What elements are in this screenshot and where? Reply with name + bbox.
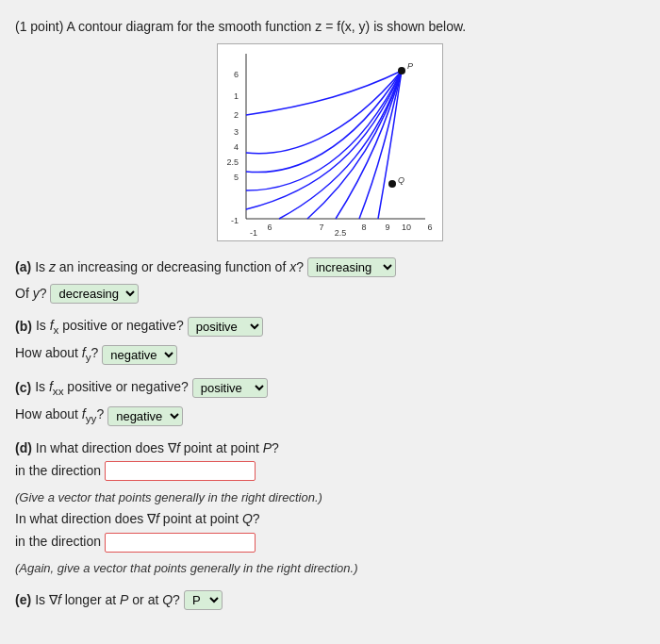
svg-text:8: 8 (361, 223, 366, 232)
svg-rect-0 (218, 44, 443, 241)
question-block: (1 point) A contour diagram for the smoo… (15, 15, 645, 625)
part-b-row1: (b) Is fx positive or negative? positive… (15, 315, 645, 339)
part-e: (e) Is ∇f longer at P or at Q? P Q (15, 589, 645, 612)
part-a-row1: (a) Is z an increasing or decreasing fun… (15, 256, 645, 279)
part-b-q2-text: How about fy? (15, 342, 98, 367)
part-a: (a) Is z an increasing or decreasing fun… (15, 256, 645, 305)
svg-text:6: 6 (267, 223, 272, 232)
svg-text:6: 6 (234, 70, 239, 79)
svg-text:2: 2 (234, 110, 239, 120)
part-c: (c) Is fxx positive or negative? positiv… (15, 376, 645, 428)
part-b-fy-select[interactable]: negative positive (102, 345, 177, 365)
svg-text:2.5: 2.5 (335, 228, 347, 238)
part-c-q1-text: Is fxx positive or negative? (35, 376, 189, 401)
part-c-row1: (c) Is fxx positive or negative? positiv… (15, 376, 645, 401)
part-d-in-direction-2: in the direction (15, 531, 101, 553)
svg-text:Q: Q (398, 175, 404, 185)
part-d-label: (d) (15, 440, 32, 455)
part-b-row2: How about fy? negative positive (15, 342, 645, 367)
part-d-p-input[interactable] (105, 461, 256, 481)
svg-text:9: 9 (385, 223, 389, 232)
part-a-row2: Of y? decreasing increasing (15, 283, 645, 305)
part-d-note2-text: (Again, give a vector that points genera… (15, 561, 357, 575)
point-P (398, 67, 405, 74)
part-b-fx-select[interactable]: positive negative (188, 317, 263, 337)
point-Q (388, 180, 396, 188)
part-c-q2-text: How about fyy? (15, 404, 104, 428)
part-c-row2: How about fyy? negative positive (15, 404, 645, 428)
part-d-row1: in the direction (15, 460, 645, 483)
part-d-row2: in the direction (15, 531, 645, 553)
part-e-label: (e) (15, 589, 31, 612)
svg-text:-1: -1 (231, 216, 239, 225)
part-e-row1: (e) Is ∇f longer at P or at Q? P Q (15, 589, 645, 612)
part-b-label: (b) (15, 316, 32, 339)
part-d-q1-prefix: In what direction does ∇f point at point… (36, 440, 279, 455)
part-b: (b) Is fx positive or negative? positive… (15, 315, 645, 367)
part-d-q2-text: In what direction does ∇f point at point… (15, 508, 645, 531)
svg-text:3: 3 (234, 127, 239, 137)
part-e-q1-text: Is ∇f longer at P or at Q? (35, 589, 180, 612)
svg-text:1: 1 (234, 91, 239, 101)
part-a-label: (a) (15, 256, 31, 279)
part-c-fxx-select[interactable]: positive negative (192, 378, 268, 398)
svg-text:4: 4 (234, 142, 239, 152)
svg-text:6: 6 (427, 223, 432, 232)
part-d-note2: (Again, give a vector that points genera… (15, 557, 645, 580)
part-a-x-select[interactable]: increasing decreasing (307, 257, 396, 277)
svg-text:5: 5 (234, 173, 239, 182)
part-d-header: (d) In what direction does ∇f point at p… (15, 438, 645, 460)
part-d-in-direction-1: in the direction (15, 460, 101, 483)
contour-diagram: 6 1 2 3 4 2.5 5 6 7 2.5 8 9 10 6 -1 -1 (217, 43, 443, 241)
part-b-q1-text: Is fx positive or negative? (36, 315, 184, 339)
contour-svg: 6 1 2 3 4 2.5 5 6 7 2.5 8 9 10 6 -1 -1 (218, 44, 443, 241)
svg-text:2.5: 2.5 (226, 157, 239, 167)
part-d-q2-prefix: In what direction does ∇f point at point… (15, 511, 260, 526)
header-text: (1 point) A contour diagram for the smoo… (15, 19, 466, 34)
part-d-q-input[interactable] (105, 533, 256, 553)
part-d: (d) In what direction does ∇f point at p… (15, 438, 645, 580)
svg-text:-1: -1 (250, 228, 257, 238)
part-c-label: (c) (15, 377, 31, 400)
part-d-note1: (Give a vector that points generally in … (15, 487, 645, 509)
svg-text:7: 7 (319, 223, 323, 232)
part-c-fyy-select[interactable]: negative positive (107, 406, 183, 426)
question-title: (1 point) A contour diagram for the smoo… (15, 19, 645, 34)
svg-text:P: P (407, 61, 413, 71)
svg-text:10: 10 (402, 223, 411, 232)
part-a-q1-text: Is z an increasing or decreasing functio… (35, 256, 304, 279)
part-e-select[interactable]: P Q (184, 590, 223, 610)
contour-diagram-container: 6 1 2 3 4 2.5 5 6 7 2.5 8 9 10 6 -1 -1 (15, 43, 645, 241)
part-d-note1-text: (Give a vector that points generally in … (15, 490, 322, 504)
part-a-y-select[interactable]: decreasing increasing (50, 284, 139, 304)
part-a-q2-text: Of y? (15, 283, 46, 305)
